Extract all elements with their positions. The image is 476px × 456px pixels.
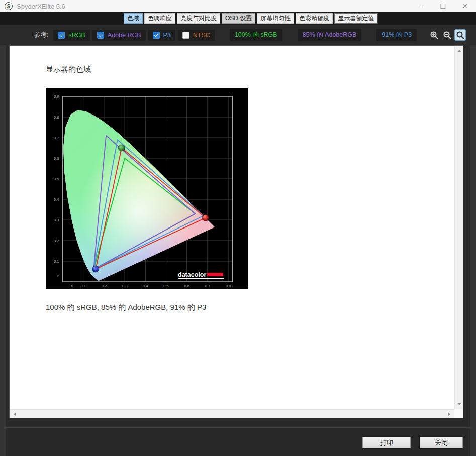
spyderx-elite-window: S SpyderXElite 5.6 – ☐ ✕ 色域色调响应亮度与对比度OSD… (0, 0, 476, 456)
gamut-chart: X0.10.20.30.40.50.60.70.8Y0.10.20.30.40.… (46, 88, 248, 289)
window-border-right (470, 12, 476, 456)
checkbox-checked-icon-adobe-rgb[interactable] (97, 32, 104, 39)
svg-text:0.7: 0.7 (54, 136, 59, 140)
tab-color-accuracy[interactable]: 色彩精确度 (296, 13, 333, 24)
svg-text:0.5: 0.5 (163, 284, 168, 288)
tab-osd-settings[interactable]: OSD 设置 (222, 13, 255, 24)
close-icon[interactable]: ✕ (454, 0, 476, 12)
svg-text:0.1: 0.1 (80, 284, 85, 288)
scroll-left-icon[interactable] (11, 410, 19, 418)
window-controls: – ☐ ✕ (410, 0, 476, 12)
reference-toggle-ntsc[interactable]: NTSC (178, 30, 215, 41)
checkbox-checked-icon-srgb[interactable] (58, 32, 65, 39)
svg-text:0.8: 0.8 (54, 115, 59, 120)
app-logo-icon: S (5, 2, 13, 10)
svg-text:0.5: 0.5 (54, 177, 59, 181)
report-panel: 显示器的色域 X0.10.20.30.40.50.60.70.8Y0.10.20… (9, 45, 463, 418)
zoom-out-icon[interactable] (441, 29, 453, 41)
coverage-result-adobergb: 85% 的 AdobeRGB (298, 29, 362, 41)
svg-text:0.8: 0.8 (226, 284, 231, 288)
svg-text:0.3: 0.3 (122, 284, 127, 288)
close-button[interactable]: 关闭 (420, 437, 463, 448)
svg-text:0.4: 0.4 (54, 197, 59, 202)
print-button[interactable]: 打印 (362, 437, 411, 448)
tab-brightness-contrast[interactable]: 亮度与对比度 (177, 13, 220, 24)
svg-text:0.7: 0.7 (205, 284, 210, 288)
svg-text:0.3: 0.3 (54, 218, 59, 222)
svg-text:0.1: 0.1 (54, 259, 59, 264)
coverage-caption: 100% 的 sRGB, 85% 的 AdobeRGB, 91% 的 P3 (46, 303, 206, 312)
scroll-right-icon[interactable] (445, 410, 453, 418)
window-title: SpyderXElite 5.6 (17, 3, 65, 10)
tab-gamut[interactable]: 色域 (124, 13, 143, 24)
checkbox-unchecked-icon-ntsc[interactable] (182, 32, 189, 39)
reference-toggle-p3[interactable]: P3 (148, 30, 175, 41)
svg-text:datacolor: datacolor (178, 271, 206, 278)
tab-tone-response[interactable]: 色调响应 (144, 13, 175, 24)
reference-name-ntsc: NTSC (193, 32, 210, 39)
svg-text:0.4: 0.4 (143, 284, 148, 288)
footer-divider (4, 427, 472, 428)
reference-label: 参考: (34, 31, 48, 39)
svg-text:0.6: 0.6 (54, 156, 59, 161)
gamut-chart-area[interactable]: X0.10.20.30.40.50.60.70.8Y0.10.20.30.40.… (46, 88, 248, 289)
reference-name-adobe-rgb: Adobe RGB (108, 32, 141, 39)
maximize-icon[interactable]: ☐ (432, 0, 454, 12)
svg-text:0.9: 0.9 (54, 94, 59, 99)
vertical-scrollbar[interactable] (454, 46, 463, 409)
coverage-result-srgb: 100% 的 sRGB (230, 29, 282, 41)
y-axis-letter: Y (56, 274, 59, 278)
tab-strip: 色域色调响应亮度与对比度OSD 设置屏幕均匀性色彩精确度显示器额定值 (0, 12, 476, 25)
svg-text:0.6: 0.6 (184, 284, 189, 288)
svg-text:0.2: 0.2 (102, 284, 107, 288)
scroll-up-icon[interactable] (455, 47, 463, 55)
page-title: 显示器的色域 (46, 65, 91, 74)
tab-monitor-ratings[interactable]: 显示器额定值 (334, 13, 377, 24)
window-border-left (0, 12, 6, 456)
scrollbar-corner (454, 409, 463, 418)
zoom-in-icon[interactable] (428, 29, 440, 41)
zoom-fit-icon[interactable] (454, 29, 466, 41)
display-primary-dot-0 (118, 145, 125, 151)
reference-toggle-adobe-rgb[interactable]: Adobe RGB (92, 30, 146, 41)
reference-checkbox-group: sRGBAdobe RGBP3NTSC (53, 30, 214, 41)
zoom-button-group (428, 29, 466, 41)
reference-name-srgb: sRGB (68, 32, 85, 39)
reference-name-p3: P3 (163, 32, 171, 39)
toolbar: 参考: sRGBAdobe RGBP3NTSC 100% 的 sRGB85% 的… (0, 25, 476, 45)
tab-screen-uniformity[interactable]: 屏幕均匀性 (257, 13, 294, 24)
reference-toggle-srgb[interactable]: sRGB (53, 30, 89, 41)
svg-text:0.2: 0.2 (54, 239, 59, 243)
app-logo-letter: S (7, 4, 11, 9)
display-primary-dot-2 (92, 266, 99, 272)
titlebar[interactable]: S SpyderXElite 5.6 – ☐ ✕ (0, 0, 476, 12)
minimize-icon[interactable]: – (410, 0, 432, 12)
coverage-result-p3: 91% 的 P3 (376, 29, 417, 41)
scroll-down-icon[interactable] (455, 400, 463, 408)
checkbox-checked-icon-p3[interactable] (153, 32, 160, 39)
display-primary-dot-1 (202, 214, 209, 221)
coverage-results: 100% 的 sRGB85% 的 AdobeRGB91% 的 P3 (230, 29, 417, 41)
horizontal-scrollbar[interactable] (10, 409, 454, 418)
x-axis-letter: X (70, 284, 73, 288)
